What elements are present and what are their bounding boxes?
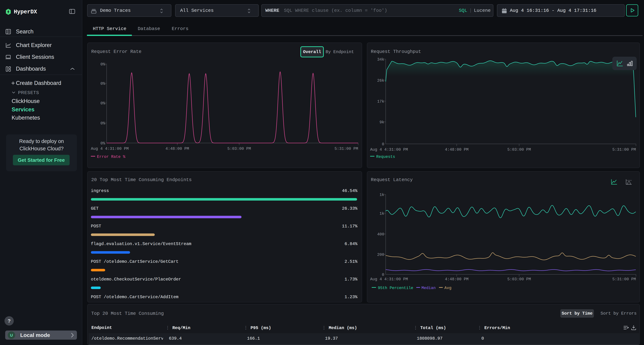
svg-text:0%: 0% <box>100 101 105 106</box>
svg-text:Avg: Avg <box>444 286 452 290</box>
svg-text:5:03:00 PM: 5:03:00 PM <box>507 147 531 152</box>
svg-text:0: 0 <box>382 142 384 147</box>
svg-text:0%: 0% <box>100 141 105 146</box>
svg-text:0: 0 <box>382 273 384 277</box>
svg-text:5:31:00 PM: 5:31:00 PM <box>612 147 636 152</box>
svg-text:9k: 9k <box>380 120 384 125</box>
svg-text:Error Rate %: Error Rate % <box>97 155 126 159</box>
svg-text:1k: 1k <box>380 211 384 216</box>
svg-text:200: 200 <box>377 253 384 257</box>
svg-text:Median: Median <box>422 286 436 290</box>
svg-text:5:31:00 PM: 5:31:00 PM <box>612 277 636 282</box>
svg-text:5:03:00 PM: 5:03:00 PM <box>507 277 531 282</box>
svg-text:Aug 4 4:31:00 PM: Aug 4 4:31:00 PM <box>370 277 408 282</box>
svg-text:17k: 17k <box>377 99 384 104</box>
svg-text:26k: 26k <box>377 78 384 83</box>
svg-text:5:31:00 PM: 5:31:00 PM <box>334 147 358 151</box>
svg-text:34k: 34k <box>377 57 384 62</box>
svg-text:Requests: Requests <box>376 155 395 159</box>
svg-text:5:03:00 PM: 5:03:00 PM <box>227 147 251 151</box>
svg-text:1k: 1k <box>380 193 384 197</box>
svg-text:4:48:00 PM: 4:48:00 PM <box>445 147 468 152</box>
svg-text:4:48:00 PM: 4:48:00 PM <box>445 277 468 282</box>
svg-text:0%: 0% <box>100 62 105 67</box>
svg-text:400: 400 <box>377 232 384 237</box>
svg-text:Aug 4 4:31:00 PM: Aug 4 4:31:00 PM <box>370 147 408 152</box>
svg-text:4:48:00 PM: 4:48:00 PM <box>166 147 189 151</box>
svg-text:0%: 0% <box>100 81 105 86</box>
svg-text:0%: 0% <box>100 121 105 126</box>
svg-text:Aug 4 4:31:00 PM: Aug 4 4:31:00 PM <box>91 147 128 151</box>
svg-text:95th Percentile: 95th Percentile <box>378 286 413 290</box>
